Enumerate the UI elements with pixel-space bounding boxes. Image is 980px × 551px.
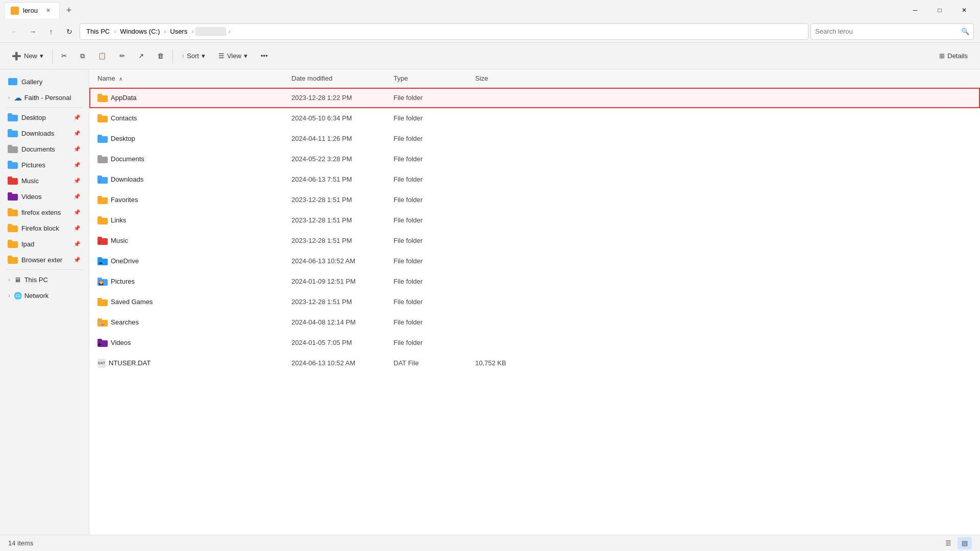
details-label: Details (947, 52, 968, 60)
copy-button[interactable]: ⧉ (75, 48, 90, 64)
breadcrumb-this-pc[interactable]: This PC (84, 27, 112, 36)
file-name: Saved Games (93, 298, 287, 306)
rename-icon: ✏ (119, 52, 125, 60)
sidebar-label-gallery: Gallery (21, 78, 81, 86)
sidebar-item-pictures[interactable]: Pictures 📌 (2, 157, 87, 172)
file-name: ☁ OneDrive (93, 257, 287, 265)
cut-icon: ✂ (61, 52, 67, 60)
breadcrumb-users[interactable]: Users (168, 27, 189, 36)
file-date: 2023-12-28 1:22 PM (287, 94, 389, 102)
rename-button[interactable]: ✏ (114, 48, 131, 63)
pictures-folder-icon (8, 160, 17, 169)
pin-icon-browser-exter: 📌 (74, 257, 81, 263)
tab-close-button[interactable]: ✕ (44, 6, 53, 15)
sidebar-item-documents[interactable]: Documents 📌 (2, 141, 87, 157)
file-area: Name ∧ Date modified Type Size AppData 2… (89, 69, 980, 535)
sidebar-item-gallery[interactable]: Gallery (2, 74, 87, 89)
minimize-button[interactable]: ─ (903, 2, 927, 18)
details-view-toggle[interactable]: ▤ (958, 537, 972, 549)
sidebar-item-videos[interactable]: Videos 📌 (2, 189, 87, 204)
toolbar: ➕ New ▾ ✂ ⧉ 📋 ✏ ↗ 🗑 ↕ Sort ▾ ☰ View ▾ ••… (0, 43, 980, 69)
sidebar-label-downloads: Downloads (21, 130, 69, 137)
table-row[interactable]: 🌄 Pictures 2024-01-09 12:51 PM File fold… (89, 271, 980, 292)
file-date: 2024-05-22 3:28 PM (287, 155, 389, 163)
table-row[interactable]: Contacts 2024-05-10 6:34 PM File folder (89, 108, 980, 129)
table-row[interactable]: AppData 2023-12-28 1:22 PM File folder (89, 88, 980, 108)
cut-button[interactable]: ✂ (56, 48, 72, 63)
up-button[interactable]: ↑ (43, 23, 59, 40)
tab-title: lerou (23, 7, 38, 14)
pin-icon-music: 📌 (74, 178, 81, 184)
table-row[interactable]: DAT NTUSER.DAT 2024-06-13 10:52 AM DAT F… (89, 353, 980, 373)
table-row[interactable]: 🔍 Searches 2024-04-08 12:14 PM File fold… (89, 312, 980, 333)
sidebar-item-ipad[interactable]: Ipad 📌 (2, 236, 87, 252)
dat-file-icon: DAT (97, 359, 106, 368)
maximize-button[interactable]: □ (928, 2, 951, 18)
sidebar-item-firefox-block[interactable]: Firefox block 📌 (2, 220, 87, 236)
sidebar-item-network[interactable]: › 🌐 Network (2, 288, 87, 303)
paste-icon: 📋 (98, 52, 106, 60)
gallery-icon (8, 77, 17, 86)
table-row[interactable]: ♪ Music 2023-12-28 1:51 PM File folder (89, 231, 980, 251)
sort-label: Sort (187, 52, 199, 60)
pin-icon-firefox-block: 📌 (74, 225, 81, 232)
table-row[interactable]: Saved Games 2023-12-28 1:51 PM File fold… (89, 292, 980, 312)
table-row[interactable]: Favorites 2023-12-28 1:51 PM File folder (89, 190, 980, 210)
sidebar-item-this-pc[interactable]: › 🖥 This PC (2, 272, 87, 287)
file-type: File folder (389, 318, 471, 326)
sidebar-item-browser-exter[interactable]: Browser exter 📌 (2, 252, 87, 267)
refresh-button[interactable]: ↻ (61, 23, 78, 40)
forward-button[interactable]: → (24, 23, 41, 40)
table-row[interactable]: Links 2023-12-28 1:51 PM File folder (89, 210, 980, 231)
header-size[interactable]: Size (471, 72, 532, 84)
new-label: New (24, 52, 37, 60)
file-name: ▶ Videos (93, 339, 287, 347)
file-name: Links (93, 216, 287, 224)
documents-folder-icon (8, 144, 17, 154)
file-date: 2023-12-28 1:51 PM (287, 298, 389, 306)
close-button[interactable]: ✕ (952, 2, 976, 18)
sidebar-item-downloads[interactable]: Downloads 📌 (2, 126, 87, 141)
file-type: File folder (389, 339, 471, 346)
table-row[interactable]: ↓ Downloads 2024-06-13 7:51 PM File fold… (89, 169, 980, 190)
table-row[interactable]: Documents 2024-05-22 3:28 PM File folder (89, 149, 980, 169)
paste-button[interactable]: 📋 (92, 48, 112, 63)
header-type[interactable]: Type (389, 72, 471, 84)
file-name: 🌄 Pictures (93, 278, 287, 286)
sort-button[interactable]: ↕ Sort ▾ (176, 48, 211, 63)
share-button[interactable]: ↗ (133, 48, 150, 63)
sidebar-item-desktop[interactable]: Desktop 📌 (2, 110, 87, 125)
folder-icon: 🌄 (97, 278, 108, 286)
table-row[interactable]: Desktop 2024-04-11 1:26 PM File folder (89, 129, 980, 149)
header-name[interactable]: Name ∧ (93, 72, 287, 84)
new-button[interactable]: ➕ New ▾ (6, 48, 49, 64)
file-name: DAT NTUSER.DAT (93, 359, 287, 368)
view-button[interactable]: ☰ View ▾ (213, 48, 253, 63)
file-type: File folder (389, 155, 471, 163)
breadcrumb[interactable]: This PC › Windows (C:) › Users › › (80, 23, 808, 40)
sidebar-label-music: Music (21, 177, 69, 185)
header-date[interactable]: Date modified (287, 72, 389, 84)
delete-button[interactable]: 🗑 (152, 48, 169, 63)
back-button[interactable]: ← (6, 23, 22, 40)
window-tab[interactable]: lerou ✕ (4, 2, 60, 18)
sidebar-item-music[interactable]: Music 📌 (2, 173, 87, 188)
table-row[interactable]: ☁ OneDrive 2024-06-13 10:52 AM File fold… (89, 251, 980, 271)
search-input[interactable] (815, 28, 958, 35)
breadcrumb-windows-c[interactable]: Windows (C:) (118, 27, 162, 36)
breadcrumb-user[interactable] (195, 27, 226, 36)
file-type: File folder (389, 135, 471, 142)
sidebar-label-browser-exter: Browser exter (21, 256, 69, 264)
details-button[interactable]: ⊞ Details (933, 49, 974, 63)
sidebar-item-firefox-extens[interactable]: firefox extens 📌 (2, 205, 87, 220)
sidebar: Gallery › ☁ Faith - Personal Desktop 📌 D… (0, 69, 89, 535)
sidebar-item-faith-personal[interactable]: › ☁ Faith - Personal (2, 90, 87, 105)
sidebar-divider-2 (6, 269, 83, 270)
table-row[interactable]: ▶ Videos 2024-01-05 7:05 PM File folder (89, 333, 980, 353)
search-box[interactable]: 🔍 (811, 23, 974, 40)
music-folder-icon (8, 176, 17, 185)
list-view-toggle[interactable]: ☰ (941, 537, 955, 549)
new-tab-button[interactable]: + (62, 3, 76, 17)
more-button[interactable]: ••• (255, 48, 274, 63)
copy-icon: ⧉ (80, 52, 85, 60)
